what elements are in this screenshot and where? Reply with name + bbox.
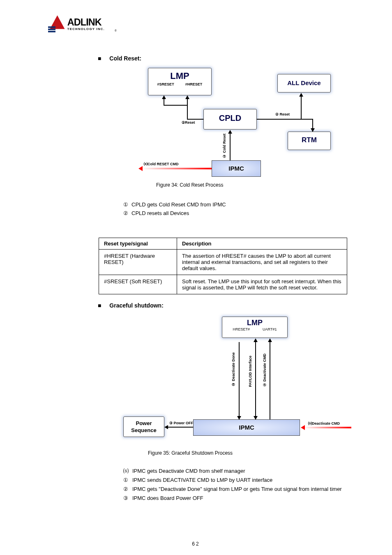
cold-reset-heading: ■ Cold Reset: <box>98 55 141 62</box>
svg-rect-3 <box>48 31 55 32</box>
table-header: Description <box>177 238 347 250</box>
graceful-shutdown-heading: ■ Graceful shutdown: <box>98 302 164 309</box>
svg-rect-1 <box>48 26 55 28</box>
ipmc-block: IPMC <box>212 160 261 177</box>
figure-caption-1: Figure 34: Cold Reset Process <box>156 182 223 188</box>
adlink-logo: ADLINK TECHNOLOGY INC. ® <box>44 12 118 36</box>
ipmc-block: IPMC <box>193 419 300 436</box>
page-number: 62 <box>0 541 392 547</box>
table-row: #SRESET (Soft RESET) Soft reset. The LMP… <box>99 275 347 294</box>
rtm-block: RTM <box>288 132 331 150</box>
power-sequence-block: Power Sequence <box>123 416 164 437</box>
heading-text: Graceful shutdown: <box>109 302 163 309</box>
cold-reset-diagram: LMP #SRESET #HRESET ALL Device CPLD RTM … <box>136 68 347 179</box>
cold-reset-sequence: ①CPLD gets Cold Reset CMD from IPMC ②CPL… <box>123 201 226 218</box>
svg-text:ADLINK: ADLINK <box>67 17 102 28</box>
lmp-block: LMP #SRESET #HRESET <box>148 68 212 95</box>
graceful-shutdown-diagram: LMP HRESET# UART#1 IPMC Power Sequence ②… <box>123 317 357 444</box>
bullet-icon: ■ <box>98 302 101 309</box>
graceful-shutdown-sequence: ⒮IPMC gets Deactivate CMD from shelf man… <box>123 467 342 503</box>
heading-text: Cold Reset: <box>109 55 141 62</box>
svg-rect-2 <box>48 29 55 30</box>
figure-caption-2: Figure 35: Graceful Shutdown Process <box>148 450 233 456</box>
table-row: #HRESET (Hardware RESET) The assertion o… <box>99 250 347 275</box>
lmp-block: LMP HRESET# UART#1 <box>222 317 288 338</box>
deactivate-cmd-arrow <box>304 427 351 428</box>
cold-reset-cmd-arrow <box>142 168 212 169</box>
bullet-icon: ■ <box>98 55 101 62</box>
svg-text:®: ® <box>115 29 117 32</box>
svg-text:TECHNOLOGY INC.: TECHNOLOGY INC. <box>67 27 105 31</box>
all-device-block: ALL Device <box>277 74 331 92</box>
cpld-block: CPLD <box>203 109 257 130</box>
reset-signal-table: Reset type/signal Description #HRESET (H… <box>99 238 347 294</box>
table-header: Reset type/signal <box>99 238 177 250</box>
